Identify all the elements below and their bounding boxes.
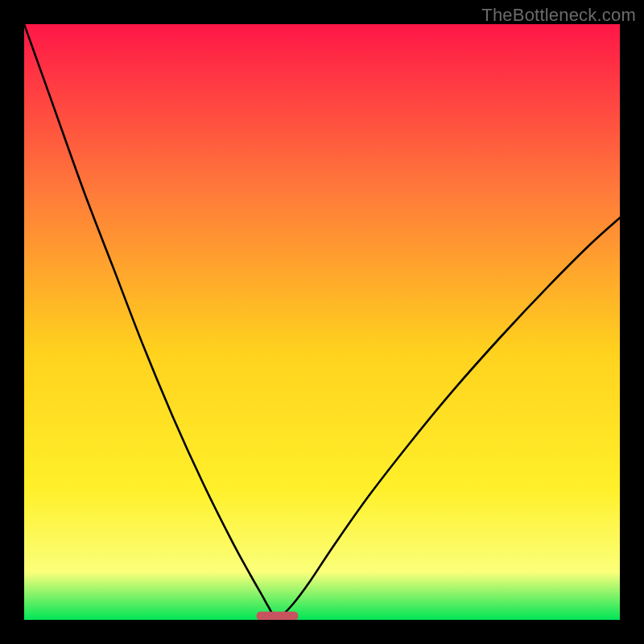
chart-frame: TheBottleneck.com bbox=[0, 0, 644, 644]
optimal-marker bbox=[257, 612, 299, 620]
plot-area bbox=[24, 24, 620, 620]
bottleneck-chart bbox=[24, 24, 620, 620]
gradient-background bbox=[24, 24, 620, 620]
watermark-text: TheBottleneck.com bbox=[481, 5, 636, 26]
